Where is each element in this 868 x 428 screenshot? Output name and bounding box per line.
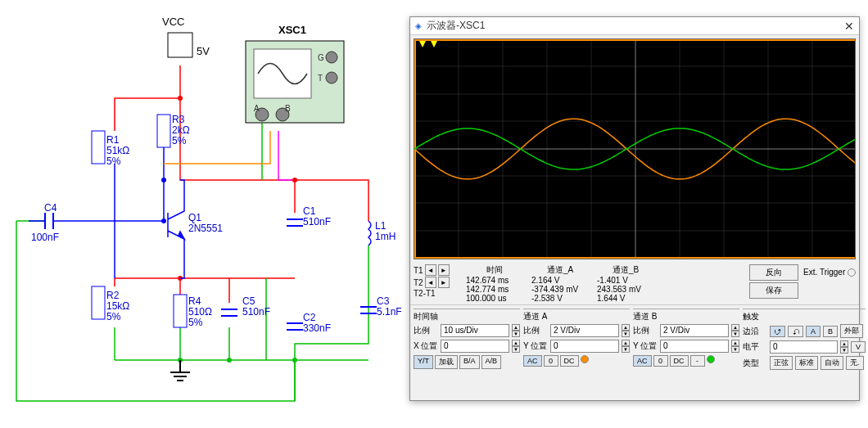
cursor-measurements: T1 ◄ ► T2 ◄ ► T2-T1 时间 通道_A 通道_B 142.674…	[410, 263, 859, 304]
ba-button[interactable]: B/A	[459, 355, 480, 369]
level-label: 电平	[743, 341, 767, 353]
trig-a-button[interactable]: A	[806, 326, 821, 337]
save-button[interactable]: 保存	[749, 282, 798, 299]
ab-button[interactable]: A/B	[481, 355, 502, 369]
t1-left-button[interactable]: ◄	[425, 264, 436, 276]
level-up[interactable]: ▲	[840, 340, 848, 347]
trigger-title: 触发	[743, 311, 866, 322]
svg-point-19	[326, 72, 337, 83]
t2-a: -374.439 mV	[531, 285, 589, 294]
fall-button[interactable]: ⮏	[788, 326, 803, 337]
schematic: VCC 5V XSC1 A B G T R1 51kΩ 5% R3 2kΩ 5%…	[0, 0, 409, 428]
ext-trigger-led	[848, 268, 856, 277]
yt-button[interactable]: Y/T	[414, 355, 433, 369]
tb-xpos-up[interactable]: ▲	[512, 340, 520, 346]
r1-tol: 5%	[106, 156, 120, 167]
scope-port-a: A	[254, 103, 260, 114]
chb-scale-label: 比例	[633, 325, 658, 336]
tb-scale-input[interactable]: 10 us/Div	[441, 324, 509, 337]
cha-ypos-label: Y 位置	[523, 340, 548, 352]
chb-ac-button[interactable]: AC	[633, 355, 652, 367]
cha-ypos-up[interactable]: ▲	[622, 340, 630, 346]
chb-scale-up[interactable]: ▲	[731, 324, 739, 331]
cha-color-icon	[581, 355, 589, 363]
chb-dc-button[interactable]: DC	[670, 355, 689, 367]
scope-port-g: G	[318, 52, 324, 63]
c4-value: 100nF	[31, 232, 59, 243]
none-button[interactable]: 无.	[846, 356, 864, 370]
timebase-group: 时间轴 比例 10 us/Div ▲▼ X 位置 0 ▲▼ Y/T 加载 B/A…	[414, 309, 520, 372]
reverse-button[interactable]: 反向	[749, 264, 798, 281]
svg-rect-11	[92, 286, 105, 319]
ext-trigger-label: Ext. Trigger	[803, 264, 856, 277]
trigger-group: 触发 边沿 ⮍ ⮏ A B 外部 电平 0 ▲▼ V 类型 正弦 标准 自动 无…	[743, 309, 866, 372]
chb-scale-input[interactable]: 2 V/Div	[660, 324, 729, 337]
svg-marker-38	[431, 41, 437, 47]
tb-xpos-input[interactable]: 0	[441, 340, 509, 353]
t2-b: 243.563 mV	[597, 285, 654, 294]
cha-scale-up[interactable]: ▲	[622, 324, 630, 331]
t2-time: 142.774 ms	[466, 285, 523, 294]
scope-port-b: B	[285, 103, 291, 114]
cha-dc-button[interactable]: DC	[560, 355, 579, 367]
sine-button[interactable]: 正弦	[770, 356, 793, 370]
tb-xpos-label: X 位置	[414, 340, 438, 352]
svg-point-3	[161, 178, 166, 182]
t2-left-button[interactable]: ◄	[425, 277, 436, 288]
trig-b-button[interactable]: B	[823, 326, 838, 337]
chb-title: 通道 B	[633, 311, 739, 322]
t1-right-button[interactable]: ►	[438, 264, 450, 276]
chb-ypos-up[interactable]: ▲	[731, 340, 739, 346]
chb-0-button[interactable]: 0	[653, 355, 668, 367]
chb-ypos-label: Y 位置	[633, 340, 658, 352]
level-unit[interactable]: V	[851, 341, 866, 353]
l1-value: 1mH	[375, 232, 396, 242]
c4-name: C4	[44, 203, 57, 214]
add-button[interactable]: 加载	[435, 355, 458, 369]
rise-button[interactable]: ⮍	[770, 326, 785, 337]
auto-button[interactable]: 自动	[821, 356, 843, 370]
r4-tol: 5%	[188, 318, 202, 328]
cha-scale-down[interactable]: ▼	[622, 331, 630, 337]
chb-scale-down[interactable]: ▼	[731, 331, 739, 337]
cha-0-button[interactable]: 0	[544, 355, 558, 367]
cha-ac-button[interactable]: AC	[523, 355, 542, 367]
level-down[interactable]: ▼	[840, 347, 848, 354]
svg-point-5	[292, 358, 297, 363]
close-icon[interactable]: ✕	[844, 20, 854, 33]
c3-value: 5.1nF	[377, 307, 402, 318]
normal-button[interactable]: 标准	[795, 356, 818, 370]
diff-label: T2-T1	[414, 289, 436, 298]
tb-scale-up[interactable]: ▲	[512, 324, 520, 331]
t2-right-button[interactable]: ►	[438, 277, 450, 288]
svg-rect-9	[92, 131, 105, 164]
chb-ypos-down[interactable]: ▼	[731, 346, 739, 353]
t1-time: 142.674 ms	[466, 276, 523, 285]
level-input[interactable]: 0	[770, 340, 838, 354]
tb-scale-down[interactable]: ▼	[512, 331, 520, 337]
time-header: 时间	[466, 264, 523, 276]
diff-a: -2.538 V	[531, 294, 589, 303]
tb-xpos-down[interactable]: ▼	[512, 346, 520, 353]
chb-color-icon	[707, 355, 715, 363]
r3-tol: 5%	[172, 136, 186, 146]
vcc-value: 5V	[197, 46, 210, 56]
cha-scale-input[interactable]: 2 V/Div	[550, 324, 619, 337]
t1-label: T1	[414, 266, 423, 275]
diff-b: 1.644 V	[597, 294, 654, 303]
cha-ypos-input[interactable]: 0	[550, 340, 619, 353]
c1-value: 510nF	[303, 217, 331, 228]
scope-port-t: T	[318, 73, 323, 83]
diff-time: 100.000 us	[466, 294, 523, 303]
q1-model: 2N5551	[188, 223, 223, 234]
scope-screen[interactable]	[414, 38, 856, 259]
svg-point-18	[326, 52, 337, 63]
scope-titlebar[interactable]: ◈ 示波器-XSC1 ✕	[410, 17, 859, 35]
t1-b: -1.401 V	[597, 276, 654, 285]
chb-ypos-input[interactable]: 0	[660, 340, 729, 353]
cha-scale-label: 比例	[523, 325, 548, 336]
chb-minus-button[interactable]: -	[690, 355, 705, 367]
trig-ext-button[interactable]: 外部	[840, 324, 863, 338]
svg-rect-12	[174, 295, 187, 327]
svg-rect-10	[157, 115, 170, 147]
